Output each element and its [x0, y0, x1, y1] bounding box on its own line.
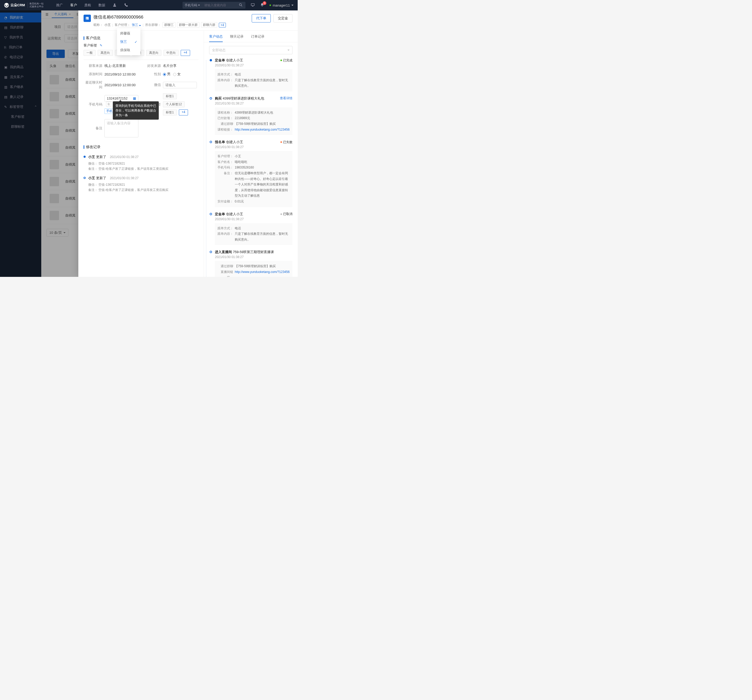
timeline-dot-icon: [84, 177, 85, 179]
link[interactable]: http://www.yunduoketang.com/?123456: [235, 270, 290, 274]
copy-icon[interactable]: ⎘: [106, 102, 111, 107]
status-badge: 已取消: [280, 212, 292, 216]
status-badge: 已失败: [280, 140, 292, 145]
view-detail-link[interactable]: 查看详情: [280, 96, 292, 101]
deposit-button[interactable]: 交定金: [273, 14, 292, 22]
edit-icon[interactable]: ✎: [100, 44, 103, 47]
chevron-down-icon: [291, 5, 294, 6]
logo: 云朵CRM 教育机构一站 式服务云平台: [4, 2, 44, 8]
logo-icon: [4, 3, 9, 8]
timeline-item: 购买 4399理财课进阶课程大礼包查看详情2021/01/30 01:38:27…: [209, 96, 292, 135]
timeline-dot-icon: [84, 156, 85, 158]
customer-avatar-icon: [84, 15, 91, 22]
changelog-item: 小王 更新了2021/01/30 01:38:27微信： 空值-13672182…: [84, 176, 199, 193]
phone-icon[interactable]: [124, 3, 128, 8]
nav-data[interactable]: 数据: [98, 3, 105, 8]
manager-dropdown: 师馨薇 张三✓ 俱保咏: [117, 28, 140, 55]
timeline-dot-icon: [210, 251, 212, 253]
tab-chat[interactable]: 聊天记录: [230, 34, 244, 42]
gender-radiogroup[interactable]: 男 女: [163, 72, 199, 76]
top-nav: 推广 客户 质检 数据: [56, 3, 128, 8]
timeline-item: 定金单 创建人小王已取消2020/01/30 01:38:27跟单方式：电话跟单…: [209, 212, 292, 245]
timeline-item: 报名单 创建人小王已失败2021/01/30 01:38:27客户经理：小王客户…: [209, 140, 292, 207]
personal-tag[interactable]: 个人标签12: [163, 101, 185, 107]
nav-qc[interactable]: 质检: [84, 3, 91, 8]
radio-female[interactable]: [173, 73, 176, 76]
nav-promo[interactable]: 推广: [56, 3, 63, 8]
changelog-item: 小王 更新了2021/01/30 01:38:27微信： 空值-13672182…: [84, 155, 199, 172]
tag-more-button[interactable]: +4: [179, 109, 188, 115]
timeline-dot-icon: [210, 97, 212, 100]
notification-badge: 5: [263, 1, 266, 5]
wechat-input[interactable]: [163, 82, 197, 88]
groups-more[interactable]: +4: [219, 23, 226, 27]
timeline-item: 进入直播间 759-59班第三期理财直播课2021/01/30 01:38:27…: [209, 250, 292, 277]
customer-tag[interactable]: 高意向: [146, 50, 162, 56]
chevron-down-icon: [287, 50, 290, 51]
personal-tag[interactable]: 标签1: [163, 93, 177, 99]
qrcode-icon[interactable]: ▦: [133, 96, 136, 100]
remark-textarea[interactable]: 请输入备注内容: [104, 119, 138, 137]
dropdown-item[interactable]: 张三✓: [117, 37, 140, 46]
topbar-right: 手机号码 5 manager11: [183, 2, 294, 9]
timeline-dot-icon: [210, 141, 212, 143]
search-type-select[interactable]: 手机号码: [183, 3, 202, 8]
changelog-heading: 修改记录: [84, 145, 199, 149]
drawer-title: 微信名称6789990000966: [93, 14, 249, 20]
timeline-item: 定金单 创建人小王已完成2020/01/30 01:38:27跟单方式：电话跟单…: [209, 58, 292, 92]
customer-tag[interactable]: 一般: [84, 50, 96, 56]
group-tag[interactable]: 群聊三: [162, 22, 176, 28]
tag-more-button[interactable]: +4: [181, 50, 190, 56]
customer-drawer: 微信名称6789990000966 昵称：小王 | 客户经理：张三 | 所在群聊…: [78, 11, 298, 277]
dropdown-item[interactable]: 师馨薇: [117, 29, 140, 37]
personal-tag[interactable]: 标签1: [163, 109, 177, 115]
logo-subtext: 教育机构一站 式服务云平台: [28, 2, 44, 8]
link[interactable]: http://www.yunduoketang.com/?123456: [235, 128, 290, 131]
user-menu[interactable]: manager11: [269, 3, 294, 7]
manager-select[interactable]: 张三: [132, 23, 141, 27]
phone-tooltip: 查询到此手机号码在系统中已存在，可以将两条客户数据合并为一条: [113, 101, 159, 120]
customer-tag[interactable]: 高意向: [98, 50, 113, 56]
timeline-dot-icon: [210, 213, 212, 215]
search-box: 手机号码: [183, 2, 245, 9]
svg-point-4: [86, 17, 87, 18]
svg-rect-2: [251, 3, 254, 5]
nav-customer[interactable]: 客户: [70, 3, 77, 8]
user-icon[interactable]: [113, 3, 117, 8]
monitor-icon[interactable]: [251, 3, 255, 8]
search-button[interactable]: [236, 3, 245, 8]
group-tag[interactable]: 群聊一群大群: [177, 22, 199, 28]
svg-point-1: [239, 3, 242, 5]
bell-icon[interactable]: 5: [260, 3, 264, 8]
tab-dynamic[interactable]: 客户动态: [209, 34, 223, 42]
search-input[interactable]: [202, 3, 236, 7]
tag-label: 客户标签: [84, 43, 97, 48]
dropdown-item[interactable]: 俱保咏: [117, 46, 140, 54]
status-badge: 已完成: [280, 58, 292, 63]
substitute-order-button[interactable]: 代下单: [252, 14, 271, 22]
check-icon: ✓: [134, 40, 137, 44]
chevron-up-icon: [139, 25, 141, 26]
svg-point-0: [114, 3, 115, 5]
customer-tag[interactable]: 中意向: [163, 50, 179, 56]
group-tag[interactable]: 群聊六群: [201, 22, 217, 28]
chevron-down-icon: [198, 5, 200, 6]
radio-male[interactable]: [163, 73, 166, 76]
dynamic-filter-select[interactable]: 全部动态: [209, 46, 292, 54]
tab-order[interactable]: 订单记录: [251, 34, 264, 42]
topbar: 云朵CRM 教育机构一站 式服务云平台 推广 客户 质检 数据 手机号码 5 m…: [0, 0, 298, 11]
status-dot-icon: [269, 5, 271, 6]
timeline-dot-icon: [210, 59, 212, 61]
customer-info-heading: 客户信息: [84, 36, 199, 40]
logo-text: 云朵CRM: [11, 3, 25, 8]
